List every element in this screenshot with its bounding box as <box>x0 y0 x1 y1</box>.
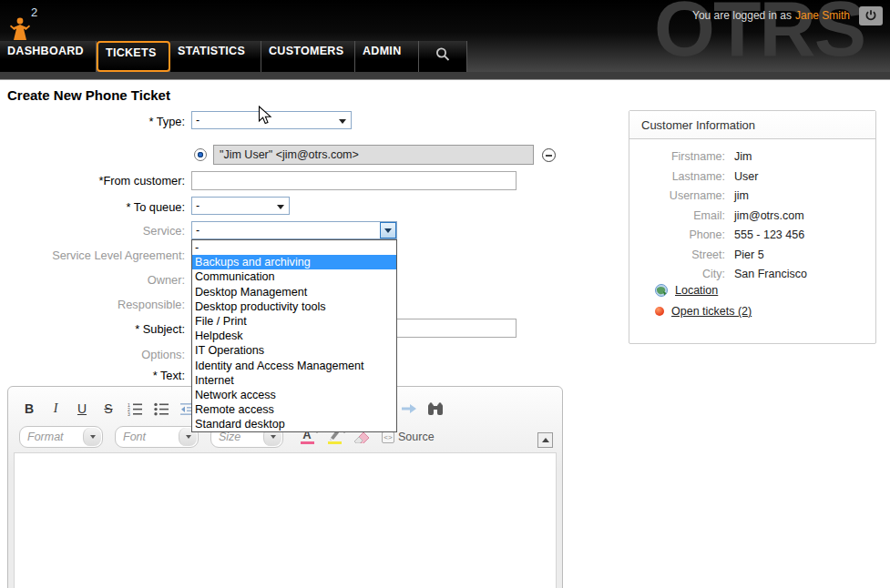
service-select-value: - <box>196 224 199 237</box>
login-status: You are logged in as Jane Smith <box>692 5 883 25</box>
field-value: Jim <box>734 150 752 163</box>
numbered-list-icon: 1 2 3 <box>128 402 143 416</box>
type-label: * Type: <box>0 115 185 128</box>
page-title: Create New Phone Ticket <box>7 87 170 103</box>
logged-in-user-link[interactable]: Jane Smith <box>795 9 850 22</box>
strikethrough-button[interactable]: S <box>98 399 118 419</box>
login-status-text: You are logged in as <box>692 9 792 22</box>
service-option[interactable]: Remote access <box>192 402 396 417</box>
service-select-open-button[interactable] <box>380 222 396 238</box>
font-select[interactable]: Font <box>115 426 199 448</box>
chevron-down-icon <box>277 205 284 209</box>
open-tickets-link[interactable]: Open tickets (2) <box>671 305 752 318</box>
logout-button[interactable] <box>859 6 883 25</box>
search-icon <box>435 46 451 63</box>
service-option[interactable]: File / Print <box>192 314 396 329</box>
service-option[interactable]: Internet <box>192 373 396 388</box>
type-select[interactable]: - <box>191 111 352 129</box>
locked-tickets-count: 2 <box>31 5 37 19</box>
field-label: Street: <box>629 248 725 261</box>
service-option[interactable]: IT Operations <box>192 343 396 358</box>
options-label: Options: <box>0 348 185 361</box>
format-select-value: Format <box>27 431 64 443</box>
service-option-highlighted[interactable]: Backups and archiving <box>192 255 396 269</box>
field-label: City: <box>629 268 725 280</box>
text-color-swatch <box>301 441 314 444</box>
underline-button[interactable]: U <box>72 399 92 419</box>
owner-label: Owner: <box>0 273 185 287</box>
remove-customer-button[interactable] <box>542 148 556 162</box>
power-icon <box>864 9 877 22</box>
italic-button[interactable]: I <box>46 399 66 419</box>
subject-label: * Subject: <box>0 322 185 336</box>
field-value: jim <box>734 189 749 202</box>
nav-tab-tickets[interactable]: TICKETS <box>97 41 170 72</box>
format-select[interactable]: Format <box>19 426 103 448</box>
nav-tab-statistics[interactable]: STATISTICS <box>170 41 261 72</box>
service-option[interactable]: Standard desktop <box>192 417 396 431</box>
bullet-list-button[interactable] <box>151 399 171 419</box>
header-divider <box>0 72 890 80</box>
customer-information-panel: Customer Information Firstname: Jim Last… <box>629 110 876 344</box>
to-queue-select[interactable]: - <box>191 197 290 215</box>
nav-tab-admin[interactable]: ADMIN <box>355 41 419 72</box>
chevron-up-icon <box>542 438 549 442</box>
service-option[interactable]: Identity and Access Management <box>192 359 396 373</box>
field-value: 555 - 123 456 <box>734 228 804 241</box>
open-tickets-status-icon <box>655 307 664 316</box>
redo-button[interactable] <box>399 399 419 419</box>
open-tickets-link-row: Open tickets (2) <box>655 305 752 318</box>
field-value: User <box>734 170 758 183</box>
source-code-icon: <> <box>382 431 394 443</box>
field-label: Email: <box>629 209 725 222</box>
bullet-list-icon <box>154 402 169 416</box>
field-label: Phone: <box>629 228 725 241</box>
chevron-down-icon <box>339 119 346 124</box>
field-value: Pier 5 <box>734 248 764 261</box>
numbered-list-button[interactable]: 1 2 3 <box>125 399 145 419</box>
service-option[interactable]: - <box>192 240 396 255</box>
service-option[interactable]: Communication <box>192 269 396 284</box>
text-label: * Text: <box>0 369 185 382</box>
customer-field-street: Street: Pier 5 <box>629 248 875 268</box>
source-button-label: Source <box>398 431 435 443</box>
customer-field-username: Username: jim <box>629 189 875 208</box>
service-option[interactable]: Desktop Management <box>192 285 396 299</box>
otrs-screen: OTRS 2 You are logged in as Jane Smith <box>0 0 890 588</box>
globe-icon <box>655 284 668 297</box>
nav-tab-search[interactable] <box>419 41 467 72</box>
field-value: jim@otrs.com <box>734 209 804 222</box>
type-select-value: - <box>196 114 199 127</box>
highlight-color-swatch <box>328 441 342 444</box>
location-link-row: Location <box>655 284 718 297</box>
nav-tab-customers[interactable]: CUSTOMERS <box>261 41 355 72</box>
arrow-right-icon <box>401 402 417 415</box>
customer-information-title: Customer Information <box>629 111 875 139</box>
bold-button[interactable]: B <box>19 399 39 419</box>
location-link[interactable]: Location <box>675 284 718 297</box>
chevron-down-icon <box>83 428 101 446</box>
collapse-toolbar-button[interactable] <box>537 432 553 448</box>
service-option[interactable]: Desktop productivity tools <box>192 299 396 314</box>
service-label: Service: <box>0 224 185 238</box>
selected-customer-box: "Jim User" <jim@otrs.com> <box>213 145 534 165</box>
header: OTRS 2 You are logged in as Jane Smith <box>0 0 890 72</box>
service-option[interactable]: Helpdesk <box>192 329 396 343</box>
main-nav: DASHBOARD TICKETS STATISTICS CUSTOMERS A… <box>0 41 467 72</box>
responsible-label: Responsible: <box>0 298 185 311</box>
customer-field-phone: Phone: 555 - 123 456 <box>629 228 875 248</box>
field-label: Lastname: <box>629 170 725 183</box>
customer-field-firstname: Firstname: Jim <box>629 150 875 169</box>
from-customer-label: *From customer: <box>0 174 185 188</box>
field-value: San Francisco <box>734 268 807 280</box>
service-select[interactable]: - <box>191 221 397 239</box>
customer-radio[interactable] <box>194 148 207 161</box>
editor-content-area[interactable] <box>14 452 557 588</box>
from-customer-input[interactable] <box>191 171 517 190</box>
find-button[interactable] <box>425 399 445 419</box>
customer-field-email: Email: jim@otrs.com <box>629 209 875 228</box>
service-option[interactable]: Network access <box>192 388 396 402</box>
nav-tab-dashboard[interactable]: DASHBOARD <box>0 41 97 72</box>
agent-person-icon <box>9 16 31 42</box>
to-queue-label: * To queue: <box>0 200 185 214</box>
